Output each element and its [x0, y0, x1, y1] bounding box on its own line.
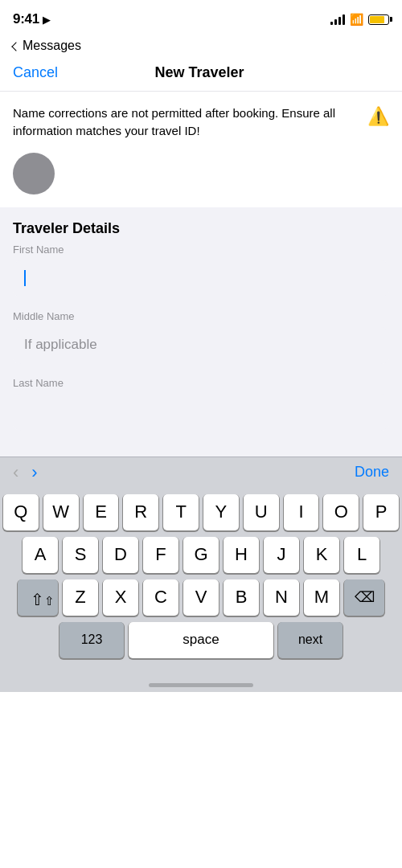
- toolbar-arrows: ‹ ›: [13, 462, 38, 483]
- key-q[interactable]: Q: [3, 494, 39, 530]
- section-header: Traveler Details: [0, 207, 402, 244]
- key-r[interactable]: R: [123, 494, 158, 530]
- middle-name-placeholder: If applicable: [24, 337, 97, 352]
- form-fields: First Name Middle Name If applicable Las…: [0, 244, 402, 457]
- delete-key[interactable]: ⌫: [344, 579, 384, 616]
- delete-icon: ⌫: [355, 588, 375, 606]
- key-v[interactable]: V: [183, 579, 219, 616]
- key-n[interactable]: N: [264, 579, 299, 616]
- avatar-area: [0, 153, 402, 207]
- warning-banner: Name corrections are not permitted after…: [0, 92, 402, 153]
- done-button[interactable]: Done: [355, 464, 389, 481]
- shift-icon: ⇧: [31, 590, 45, 604]
- last-name-input-wrapper[interactable]: [13, 394, 389, 431]
- keyboard-row-1: Q W E R T Y U I O P: [3, 494, 399, 530]
- battery-icon: [368, 14, 389, 25]
- middle-name-label: Middle Name: [13, 310, 389, 322]
- back-label[interactable]: Messages: [23, 39, 81, 53]
- key-e[interactable]: E: [84, 494, 119, 530]
- keyboard-row-2: A S D F G H J K L: [3, 537, 399, 573]
- key-i[interactable]: I: [284, 494, 319, 530]
- keyboard: Q W E R T Y U I O P A S D F G H J K L ⇧ …: [0, 488, 402, 668]
- location-arrow-icon: ▶: [43, 14, 51, 26]
- space-key[interactable]: space: [129, 622, 273, 658]
- key-b[interactable]: B: [224, 579, 259, 616]
- next-field-button[interactable]: ›: [31, 462, 37, 483]
- keyboard-row-3: ⇧ Z X C V B N M ⌫: [3, 579, 399, 616]
- last-name-label: Last Name: [13, 377, 389, 389]
- last-name-group: Last Name: [13, 377, 389, 431]
- signal-icon: [330, 14, 345, 25]
- key-p[interactable]: P: [363, 494, 399, 530]
- key-t[interactable]: T: [163, 494, 199, 530]
- avatar[interactable]: [13, 153, 55, 194]
- next-key[interactable]: next: [278, 622, 343, 658]
- numbers-key[interactable]: 123: [59, 622, 124, 658]
- status-time: 9:41: [13, 11, 39, 27]
- key-l[interactable]: L: [344, 537, 379, 573]
- key-k[interactable]: K: [304, 537, 339, 573]
- text-cursor: [24, 270, 26, 286]
- home-bar: [149, 683, 253, 687]
- first-name-label: First Name: [13, 244, 389, 256]
- key-m[interactable]: M: [304, 579, 339, 616]
- keyboard-toolbar: ‹ › Done: [0, 457, 402, 488]
- key-y[interactable]: Y: [203, 494, 239, 530]
- key-o[interactable]: O: [323, 494, 359, 530]
- key-j[interactable]: J: [264, 537, 299, 573]
- key-h[interactable]: H: [224, 537, 259, 573]
- status-bar: 9:41 ▶ 📶: [0, 0, 402, 35]
- key-f[interactable]: F: [143, 537, 178, 573]
- nav-back[interactable]: Messages: [0, 35, 402, 56]
- middle-name-group: Middle Name If applicable: [13, 310, 389, 364]
- key-z[interactable]: Z: [63, 579, 98, 616]
- status-icons: 📶: [330, 13, 389, 26]
- wifi-icon: 📶: [350, 13, 363, 26]
- keyboard-row-4: 123 space next: [3, 622, 399, 658]
- key-c[interactable]: C: [143, 579, 178, 616]
- page-title: New Traveler: [154, 64, 244, 81]
- key-g[interactable]: G: [183, 537, 219, 573]
- home-indicator: [0, 668, 402, 692]
- warning-icon: ⚠️: [367, 106, 389, 127]
- key-w[interactable]: W: [43, 494, 79, 530]
- key-u[interactable]: U: [244, 494, 279, 530]
- key-a[interactable]: A: [23, 537, 58, 573]
- first-name-input-wrapper[interactable]: [13, 260, 389, 297]
- first-name-group: First Name: [13, 244, 389, 297]
- warning-text: Name corrections are not permitted after…: [13, 104, 361, 140]
- prev-field-button[interactable]: ‹: [13, 462, 18, 483]
- shift-key[interactable]: ⇧: [18, 579, 58, 616]
- key-d[interactable]: D: [103, 537, 138, 573]
- key-s[interactable]: S: [63, 537, 98, 573]
- section-title: Traveler Details: [13, 220, 120, 236]
- key-x[interactable]: X: [103, 579, 138, 616]
- middle-name-input-wrapper[interactable]: If applicable: [13, 327, 389, 364]
- cancel-button[interactable]: Cancel: [13, 64, 58, 81]
- page-header: Cancel New Traveler: [0, 56, 402, 92]
- chevron-left-icon: [11, 42, 20, 51]
